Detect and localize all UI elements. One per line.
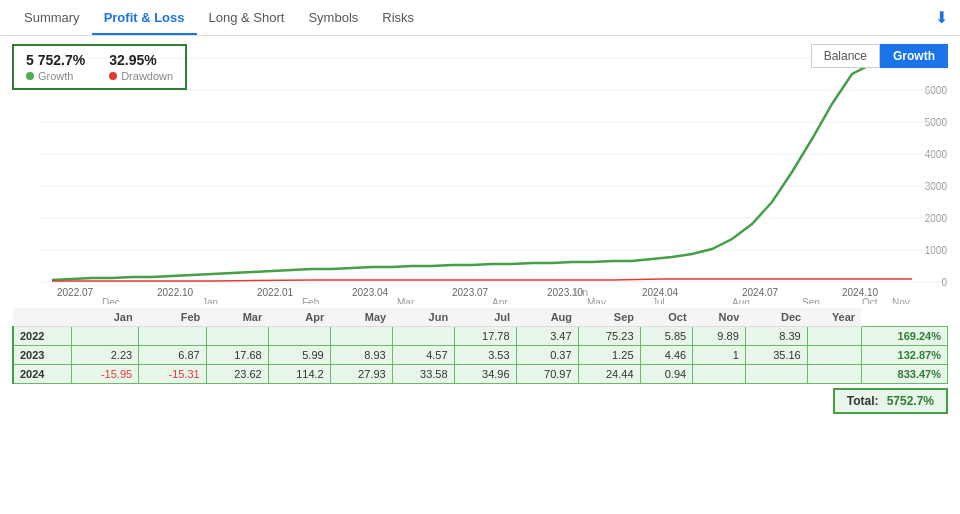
drawdown-value: 32.95%: [109, 52, 173, 68]
chart-area: 5 752.7% Growth 32.95% Drawdown Balance: [12, 44, 948, 304]
growth-dot: [26, 72, 34, 80]
col-aug: Aug: [516, 308, 578, 327]
col-year: [13, 308, 71, 327]
chart-controls: Balance Growth: [811, 44, 948, 68]
table-row: 2024-15.95-15.3123.62114.227.9333.5834.9…: [13, 365, 948, 384]
svg-text:Oct: Oct: [862, 297, 878, 304]
data-cell: -15.95: [71, 365, 139, 384]
data-cell: -15.31: [139, 365, 207, 384]
total-label: Total:: [847, 394, 879, 408]
tab-symbols[interactable]: Symbols: [296, 2, 370, 35]
total-value: 5752.7%: [887, 394, 934, 408]
data-cell: [206, 327, 268, 346]
col-sep: Sep: [578, 308, 640, 327]
data-cell: 17.68: [206, 346, 268, 365]
svg-text:2023.04: 2023.04: [352, 287, 389, 298]
svg-text:Aug: Aug: [732, 297, 750, 304]
data-cell: 6.87: [139, 346, 207, 365]
nav-bar: Summary Profit & Loss Long & Short Symbo…: [0, 0, 960, 36]
data-cell: [807, 327, 861, 346]
data-cell: [71, 327, 139, 346]
data-cell: 0.94: [640, 365, 693, 384]
data-cell: 75.23: [578, 327, 640, 346]
data-cell: [392, 327, 454, 346]
data-cell: [330, 327, 392, 346]
tab-summary[interactable]: Summary: [12, 2, 92, 35]
data-cell: 5.99: [268, 346, 330, 365]
data-cell: 35.16: [745, 346, 807, 365]
data-cell: 27.93: [330, 365, 392, 384]
col-oct: Oct: [640, 308, 693, 327]
col-feb: Feb: [139, 308, 207, 327]
col-jan: Jan: [71, 308, 139, 327]
data-cell: 9.89: [693, 327, 746, 346]
data-cell: 5.85: [640, 327, 693, 346]
data-cell: 34.96: [454, 365, 516, 384]
col-nov: Nov: [693, 308, 746, 327]
tab-long-short[interactable]: Long & Short: [197, 2, 297, 35]
data-cell: [807, 365, 861, 384]
col-year-total: Year: [807, 308, 861, 327]
table-row: 202217.783.4775.235.859.898.39169.24%: [13, 327, 948, 346]
data-cell: 8.39: [745, 327, 807, 346]
data-cell: 1.25: [578, 346, 640, 365]
year-cell: 2022: [13, 327, 71, 346]
data-cell: 3.47: [516, 327, 578, 346]
col-dec: Dec: [745, 308, 807, 327]
svg-text:Jul: Jul: [652, 297, 665, 304]
col-jun: Jun: [392, 308, 454, 327]
growth-value: 5 752.7%: [26, 52, 85, 68]
svg-text:2022.10: 2022.10: [157, 287, 194, 298]
data-cell: 17.78: [454, 327, 516, 346]
table-row: 20232.236.8717.685.998.934.573.530.371.2…: [13, 346, 948, 365]
svg-text:2022.07: 2022.07: [57, 287, 94, 298]
growth-stat: 5 752.7% Growth: [26, 52, 85, 82]
data-cell: 33.58: [392, 365, 454, 384]
drawdown-label: Drawdown: [109, 70, 173, 82]
data-table: Jan Feb Mar Apr May Jun Jul Aug Sep Oct …: [12, 308, 948, 384]
data-cell: 8.93: [330, 346, 392, 365]
balance-button[interactable]: Balance: [811, 44, 880, 68]
main-content: 5 752.7% Growth 32.95% Drawdown Balance: [0, 36, 960, 422]
svg-text:May: May: [587, 297, 606, 304]
tab-profit-loss[interactable]: Profit & Loss: [92, 2, 197, 35]
total-box: Total: 5752.7%: [833, 388, 948, 414]
data-cell: [139, 327, 207, 346]
drawdown-stat: 32.95% Drawdown: [109, 52, 173, 82]
svg-text:2022.01: 2022.01: [257, 287, 294, 298]
svg-text:Nov: Nov: [892, 297, 910, 304]
col-mar: Mar: [206, 308, 268, 327]
drawdown-dot: [109, 72, 117, 80]
growth-label: Growth: [26, 70, 85, 82]
stats-box: 5 752.7% Growth 32.95% Drawdown: [12, 44, 187, 90]
table-header-row: Jan Feb Mar Apr May Jun Jul Aug Sep Oct …: [13, 308, 948, 327]
svg-text:Mar: Mar: [397, 297, 415, 304]
svg-text:Apr: Apr: [492, 297, 508, 304]
year-cell: 2023: [13, 346, 71, 365]
col-apr: Apr: [268, 308, 330, 327]
growth-button[interactable]: Growth: [880, 44, 948, 68]
data-cell: [745, 365, 807, 384]
data-cell: 3.53: [454, 346, 516, 365]
svg-text:Sep: Sep: [802, 297, 820, 304]
total-row-container: Total: 5752.7%: [12, 388, 948, 414]
svg-text:Jun: Jun: [572, 287, 588, 298]
year-total-cell: 132.87%: [861, 346, 947, 365]
col-may: May: [330, 308, 392, 327]
year-total-cell: 169.24%: [861, 327, 947, 346]
svg-text:0: 0: [941, 277, 947, 288]
data-cell: 2.23: [71, 346, 139, 365]
col-jul: Jul: [454, 308, 516, 327]
data-cell: 4.57: [392, 346, 454, 365]
download-button[interactable]: ⬇: [935, 8, 948, 27]
tab-risks[interactable]: Risks: [370, 2, 426, 35]
data-cell: 24.44: [578, 365, 640, 384]
data-cell: 1: [693, 346, 746, 365]
data-cell: [807, 346, 861, 365]
svg-text:Feb: Feb: [302, 297, 320, 304]
svg-text:2023.07: 2023.07: [452, 287, 489, 298]
year-total-cell: 833.47%: [861, 365, 947, 384]
data-cell: 23.62: [206, 365, 268, 384]
data-cell: 114.2: [268, 365, 330, 384]
year-cell: 2024: [13, 365, 71, 384]
